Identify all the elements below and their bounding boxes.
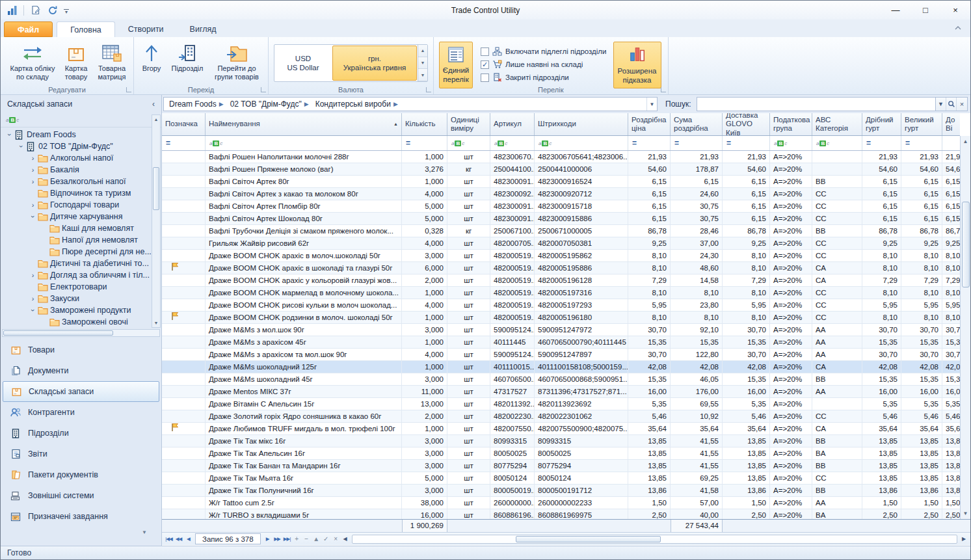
new-document-icon[interactable] — [29, 4, 42, 17]
column-header-unit[interactable]: Одиниці виміру — [447, 113, 490, 135]
tree-item[interactable]: ›Алкогольні напої — [1, 152, 151, 164]
currency-item-uah[interactable]: грн.Українська гривня — [332, 46, 417, 81]
scrollbar-thumb[interactable] — [3, 330, 113, 336]
search-dropdown-icon[interactable]: ▼ — [936, 98, 946, 111]
nav-collapse-icon[interactable]: ▼ — [142, 529, 147, 540]
search-icon[interactable] — [946, 98, 957, 111]
table-row[interactable]: Драже Вітамін С Апельсин 15г13,000шт4820… — [162, 398, 960, 410]
table-row[interactable]: Драже Тік Так Апельсин 16г3,000шт8005002… — [162, 447, 960, 460]
column-header-retail[interactable]: Роздрібна ціна — [628, 113, 671, 135]
table-row[interactable]: Драже Mentos МІКС 37г11,000шт47317527873… — [162, 386, 960, 398]
dialog-launcher-icon[interactable] — [661, 87, 666, 92]
column-header-glovo[interactable]: Доставка GLOVO Київ — [723, 113, 770, 135]
goto-product-group-button[interactable]: Перейти до групи товарів — [208, 39, 265, 85]
expand-node-icon[interactable]: › — [28, 295, 38, 302]
gallery-down-icon[interactable]: ▼ — [418, 57, 427, 70]
table-row[interactable]: Драже BOOM CHOK арахіс в шоколаді та гла… — [162, 262, 960, 274]
collapse-panel-icon[interactable]: ‹ — [152, 100, 155, 109]
scroll-down-icon[interactable]: ▼ — [963, 511, 968, 519]
table-row[interactable]: Ж/г TURBO з вкладишами 5г16,000шт8608861… — [162, 509, 960, 519]
gallery-open-icon[interactable]: ▼ — [418, 69, 427, 81]
sidebar-item-skladski-zapasy[interactable]: Складські запаси — [3, 381, 159, 402]
minimize-button[interactable]: — — [881, 1, 911, 20]
sidebar-item-pryznacheni-zavdannya[interactable]: Призначені завдання — [1, 506, 161, 527]
column-header-tax[interactable]: Податкова група — [770, 113, 812, 135]
sidebar-item-zovnishni-systemy[interactable]: Зовнішні системи — [1, 485, 161, 506]
cancel-record-icon[interactable]: × — [331, 535, 341, 542]
append-record-icon[interactable]: + — [292, 535, 302, 542]
table-row[interactable]: Драже BOOM CHOK родзинки в молоч. шокола… — [162, 312, 960, 324]
refresh-icon[interactable] — [46, 4, 59, 17]
expand-node-icon[interactable]: › — [28, 154, 38, 162]
column-header-extra[interactable]: До Ві — [942, 113, 960, 135]
table-row[interactable]: Драже M&Ms шоколадний 45г3,000шт46070650… — [162, 373, 960, 386]
table-row[interactable]: Драже M&Ms шоколадний 125г1,000шт4011100… — [162, 361, 960, 373]
collapse-node-icon[interactable]: › — [29, 306, 37, 315]
table-row[interactable]: Вафлі Світоч Артек 80г1,000шт482300091..… — [162, 176, 960, 188]
column-header-small[interactable]: Дрібний гурт — [862, 113, 901, 135]
sidebar-item-dokumenty[interactable]: Документи — [1, 360, 161, 381]
filter-cell-barcode[interactable]: аВс — [535, 136, 628, 150]
table-row[interactable]: Вафлі Світоч Артек Пломбір 80г5,000шт482… — [162, 200, 960, 213]
table-row[interactable]: Драже BOOM CHOK мармелад в молочному шок… — [162, 287, 960, 299]
dialog-launcher-icon[interactable] — [426, 87, 431, 92]
scroll-up-icon[interactable]: ▲ — [963, 136, 968, 144]
prior-page-record-icon[interactable]: ◀◀ — [174, 536, 183, 542]
tree-item[interactable]: Дієтичні та діабетичні то... — [1, 258, 151, 269]
breadcrumb-item-1[interactable]: 02 ТОВ "Дрім-Фудс" — [225, 100, 304, 109]
scroll-up-icon[interactable]: ▲ — [154, 115, 159, 122]
scrollbar-thumb[interactable] — [516, 536, 661, 542]
table-row[interactable]: Ж/г Tattoo cum 2.5г38,000шт260000000...2… — [162, 497, 960, 509]
checkbox-option-0[interactable]: Включати підлеглі підрозділи — [481, 47, 607, 56]
column-header-mark[interactable]: Позначка — [162, 113, 206, 135]
checkbox-option-1[interactable]: ✓Лише наявні на складі — [481, 60, 607, 69]
tree-item[interactable]: Каші для немовлят — [1, 222, 151, 234]
next-page-record-icon[interactable]: ▶▶ — [273, 536, 282, 542]
tree-item[interactable]: ›Заморожені продукти — [1, 304, 151, 316]
table-row[interactable]: Вафлі Рошен Наполитанки молочні 288г1,00… — [162, 151, 960, 163]
filter-cell-large[interactable]: = — [901, 136, 942, 150]
product-card-button[interactable]: Картка товару — [59, 39, 93, 85]
breadcrumb-dropdown-icon[interactable]: ▼ — [646, 98, 657, 111]
tree-horizontal-scrollbar[interactable] — [2, 329, 160, 337]
edit-record-icon[interactable]: ▲ — [312, 535, 321, 542]
column-header-qty[interactable]: Кількість — [402, 113, 447, 135]
tab-file[interactable]: Файл — [4, 21, 53, 37]
dialog-launcher-icon[interactable] — [261, 87, 266, 92]
grid-horizontal-scrollbar[interactable] — [352, 535, 957, 544]
filter-cell-abc[interactable]: аВс — [812, 136, 862, 150]
collapse-node-icon[interactable]: › — [6, 130, 14, 140]
tree-item[interactable]: ›Господарчі товари — [1, 199, 151, 211]
scrollbar-thumb[interactable] — [153, 167, 159, 210]
tree-item[interactable]: ›Бакалія — [1, 164, 151, 176]
table-row[interactable]: Драже Тік Так мікс 16г3,000шт80993315809… — [162, 435, 960, 447]
breadcrumb-item-2[interactable]: Кондитерські вироби — [310, 100, 393, 109]
tree-item[interactable]: Напої для немовлят — [1, 234, 151, 246]
column-header-art[interactable]: Артикул — [490, 113, 535, 135]
tree-item[interactable]: ›Дитяче харчування — [1, 211, 151, 222]
breadcrumb-item-0[interactable]: Dream Foods — [164, 100, 219, 109]
table-row[interactable]: Драже M&Ms з арахісом 45г1,000шт40111445… — [162, 336, 960, 349]
column-header-large[interactable]: Великий гурт — [901, 113, 942, 135]
tab-view[interactable]: Вигляд — [177, 21, 230, 37]
column-header-name[interactable]: Найменування▲ — [206, 113, 402, 135]
filter-cell-tax[interactable]: аВс — [770, 136, 812, 150]
table-row[interactable]: Драже BOOM CHOK арахіс в молоч.шоколаді … — [162, 250, 960, 262]
table-row[interactable]: Вафлі Трубочки Деліція зі смаком пряжено… — [162, 225, 960, 237]
expand-node-icon[interactable]: › — [28, 271, 38, 279]
tab-create[interactable]: Створити — [115, 21, 177, 37]
tree-item[interactable]: ›Догляд за обличчям і тіл... — [1, 269, 151, 281]
tree-item[interactable]: ›Закуски — [1, 293, 151, 304]
table-row[interactable]: Драже Любимов TRUFF мигдаль в мол. трюфе… — [162, 423, 960, 435]
sidebar-item-tovary[interactable]: Товари — [1, 340, 161, 360]
sidebar-item-kontragenty[interactable]: Контрагенти — [1, 402, 161, 423]
stock-card-button[interactable]: Картка обліку по складу — [6, 39, 59, 85]
checkbox-checked[interactable]: ✓ — [481, 60, 489, 69]
table-row[interactable]: Грильяж Жайвір рисовий 62г4,000шт4820007… — [162, 237, 960, 250]
filter-cell-small[interactable]: = — [862, 136, 901, 150]
filter-cell-unit[interactable]: аВс — [447, 136, 490, 150]
gallery-up-icon[interactable]: ▲ — [418, 45, 427, 57]
tree-item[interactable]: Заморожені овочі — [1, 316, 151, 328]
expand-node-icon[interactable]: › — [28, 178, 38, 185]
table-row[interactable]: Драже Золотий горіх Ядро соняшника в как… — [162, 410, 960, 423]
